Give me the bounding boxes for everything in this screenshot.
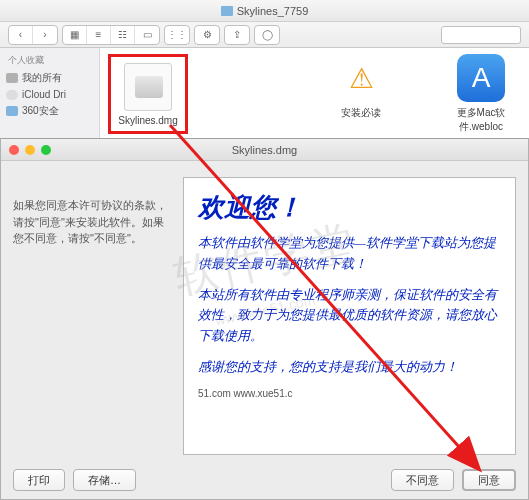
print-button[interactable]: 打印 bbox=[13, 469, 65, 491]
dialog-instruction: 如果您同意本许可协议的条款，请按"同意"来安装此软件。如果您不同意，请按"不同意… bbox=[13, 177, 173, 455]
sidebar-item-360[interactable]: 360安全 bbox=[0, 102, 99, 120]
finder-window: Skylines_7759 ‹ › ▦ ≡ ☷ ▭ ⋮⋮ ⚙ ⇪ ◯ 个人收藏 bbox=[0, 0, 529, 140]
file-area: Skylines.dmg ⚠ 安装必读 A 更多Mac软件.webloc bbox=[100, 48, 529, 140]
sidebar-item-label: iCloud Dri bbox=[22, 89, 66, 100]
window-controls bbox=[9, 145, 51, 155]
file-item-dmg[interactable]: Skylines.dmg bbox=[108, 54, 188, 134]
view-list-button[interactable]: ≡ bbox=[87, 26, 111, 44]
save-button[interactable]: 存储… bbox=[73, 469, 136, 491]
close-button[interactable] bbox=[9, 145, 19, 155]
finder-toolbar: ‹ › ▦ ≡ ☷ ▭ ⋮⋮ ⚙ ⇪ ◯ bbox=[0, 22, 529, 48]
sidebar-item-label: 360安全 bbox=[22, 104, 59, 118]
license-paragraph: 本站所有软件由专业程序师亲测，保证软件的安全有效性，致力于为您提供最优质的软件资… bbox=[198, 285, 501, 347]
dmg-icon bbox=[124, 63, 172, 111]
cloud-icon bbox=[6, 90, 18, 100]
license-content: 欢迎您！ 本软件由软件学堂为您提供—软件学堂下载站为您提供最安全最可靠的软件下载… bbox=[183, 177, 516, 455]
dialog-titlebar: Skylines.dmg bbox=[1, 139, 528, 161]
sidebar-header: 个人收藏 bbox=[0, 52, 99, 69]
file-item-webloc[interactable]: A 更多Mac软件.webloc bbox=[441, 54, 521, 134]
back-button[interactable]: ‹ bbox=[9, 26, 33, 44]
tags-button[interactable]: ◯ bbox=[255, 26, 279, 44]
dialog-title: Skylines.dmg bbox=[232, 144, 297, 156]
sidebar-item-all[interactable]: 我的所有 bbox=[0, 69, 99, 87]
arrange-button[interactable]: ⋮⋮ bbox=[165, 26, 189, 44]
folder-icon bbox=[221, 6, 233, 16]
sidebar-item-label: 我的所有 bbox=[22, 71, 62, 85]
finder-title-text: Skylines_7759 bbox=[237, 5, 309, 17]
dialog-button-row: 打印 存储… 不同意 同意 bbox=[1, 469, 528, 491]
license-heading: 欢迎您！ bbox=[198, 190, 501, 225]
search-input[interactable] bbox=[441, 26, 521, 44]
file-label: 安装必读 bbox=[321, 106, 401, 120]
view-icon-button[interactable]: ▦ bbox=[63, 26, 87, 44]
sidebar-item-icloud[interactable]: iCloud Dri bbox=[0, 87, 99, 102]
drive-icon bbox=[6, 73, 18, 83]
license-paragraph: 本软件由软件学堂为您提供—软件学堂下载站为您提供最安全最可靠的软件下载！ bbox=[198, 233, 501, 275]
appstore-icon: A bbox=[457, 54, 505, 102]
view-column-button[interactable]: ☷ bbox=[111, 26, 135, 44]
forward-button[interactable]: › bbox=[33, 26, 57, 44]
file-label: Skylines.dmg bbox=[115, 115, 181, 126]
zoom-button[interactable] bbox=[41, 145, 51, 155]
share-button[interactable]: ⇪ bbox=[225, 26, 249, 44]
disagree-button[interactable]: 不同意 bbox=[391, 469, 454, 491]
warning-icon: ⚠ bbox=[337, 54, 385, 102]
finder-sidebar: 个人收藏 我的所有 iCloud Dri 360安全 bbox=[0, 48, 100, 140]
file-label: 更多Mac软件.webloc bbox=[441, 106, 521, 134]
agree-button[interactable]: 同意 bbox=[462, 469, 516, 491]
file-item-readme[interactable]: ⚠ 安装必读 bbox=[321, 54, 401, 134]
finder-titlebar: Skylines_7759 bbox=[0, 0, 529, 22]
folder-icon bbox=[6, 106, 18, 116]
action-button[interactable]: ⚙ bbox=[195, 26, 219, 44]
license-url: 51.com www.xue51.c bbox=[198, 388, 501, 399]
license-dialog: Skylines.dmg 如果您同意本许可协议的条款，请按"同意"来安装此软件。… bbox=[0, 138, 529, 500]
license-paragraph: 感谢您的支持，您的支持是我们最大的动力！ bbox=[198, 357, 501, 378]
view-gallery-button[interactable]: ▭ bbox=[135, 26, 159, 44]
minimize-button[interactable] bbox=[25, 145, 35, 155]
